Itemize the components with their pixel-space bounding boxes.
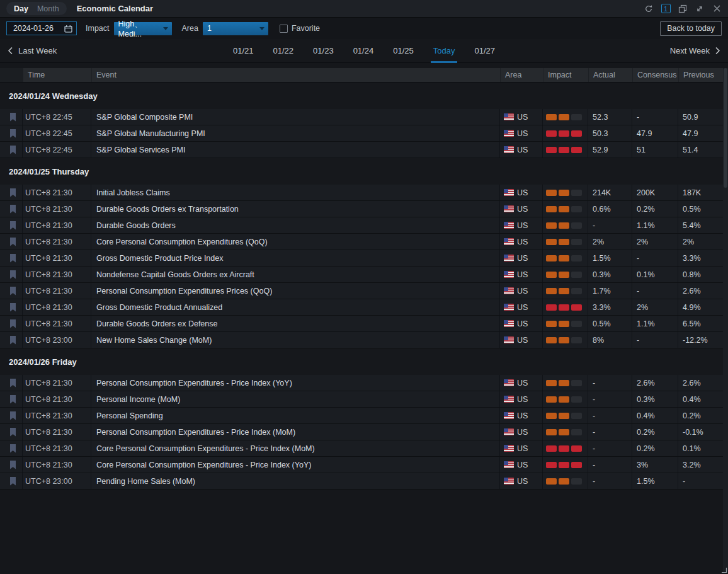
bookmark-icon[interactable] xyxy=(9,379,16,387)
event-row[interactable]: UTC+8 21:30Gross Domestic Product Annual… xyxy=(0,299,723,316)
bookmark-icon[interactable] xyxy=(9,303,16,312)
tab-month[interactable]: Month xyxy=(37,4,59,13)
panel-count-icon[interactable]: 1 xyxy=(661,4,671,14)
event-row[interactable]: UTC+8 21:30Core Personal Consumption Exp… xyxy=(0,440,723,457)
week-day-01-21[interactable]: 01/21 xyxy=(232,39,255,62)
event-row[interactable]: UTC+8 21:30Core Personal Consumption Exp… xyxy=(0,234,723,250)
us-flag-icon xyxy=(504,304,514,311)
previous-cell: 0.8% xyxy=(678,267,723,282)
event-name-cell: Personal Consumption Expenditures - Pric… xyxy=(91,424,500,440)
bookmark-icon[interactable] xyxy=(9,205,16,214)
area-cell: US xyxy=(500,473,543,489)
time-cell: UTC+8 21:30 xyxy=(23,283,91,299)
event-row[interactable]: UTC+8 21:30Personal SpendingUS-0.4%0.2% xyxy=(0,408,723,424)
impact-indicator xyxy=(543,457,588,473)
tab-day[interactable]: Day xyxy=(14,4,28,13)
time-cell: UTC+8 21:30 xyxy=(23,234,91,250)
event-row[interactable]: UTC+8 22:45S&P Global Services PMIUS52.9… xyxy=(0,142,723,158)
us-flag-icon xyxy=(504,445,514,452)
consensus-cell: 0.3% xyxy=(632,391,678,407)
bookmark-icon[interactable] xyxy=(9,319,16,328)
week-day-01-24[interactable]: 01/24 xyxy=(352,39,375,62)
column-header-impact: Impact xyxy=(543,68,588,82)
favorite-checkbox[interactable] xyxy=(280,25,288,33)
vertical-scrollbar[interactable] xyxy=(723,68,728,571)
event-row[interactable]: UTC+8 23:00New Home Sales Change (MoM)US… xyxy=(0,332,723,348)
previous-cell: 0.1% xyxy=(678,440,723,456)
us-flag-icon xyxy=(504,255,514,261)
bookmark-cell xyxy=(0,375,23,391)
bookmark-icon[interactable] xyxy=(9,477,16,486)
date-input[interactable]: 2024-01-26 xyxy=(6,21,77,35)
week-day-01-25[interactable]: 01/25 xyxy=(392,39,415,62)
event-row[interactable]: UTC+8 21:30Core Personal Consumption Exp… xyxy=(0,457,723,473)
impact-dropdown[interactable]: High、Medi... xyxy=(114,22,172,35)
impact-label: Impact xyxy=(86,24,110,33)
event-row[interactable]: UTC+8 21:30Durable Goods Orders ex Defen… xyxy=(0,316,723,332)
actual-cell: 3.3% xyxy=(588,299,632,315)
bookmark-icon[interactable] xyxy=(9,270,16,279)
refresh-icon[interactable] xyxy=(644,4,654,14)
week-day-01-23[interactable]: 01/23 xyxy=(312,39,335,62)
consensus-cell: 2.6% xyxy=(632,375,678,391)
event-row[interactable]: UTC+8 23:00Pending Home Sales (MoM)US-1.… xyxy=(0,473,723,490)
event-row[interactable]: UTC+8 21:30Nondefense Capital Goods Orde… xyxy=(0,267,723,283)
bookmark-icon[interactable] xyxy=(9,461,16,469)
previous-cell: 0.2% xyxy=(678,408,723,423)
consensus-cell: 1.1% xyxy=(632,316,678,331)
bookmark-icon[interactable] xyxy=(9,113,16,122)
week-day-today[interactable]: Today xyxy=(432,39,457,62)
event-row[interactable]: UTC+8 21:30Personal Consumption Expendit… xyxy=(0,283,723,299)
bookmark-icon[interactable] xyxy=(9,395,16,404)
calendar-icon xyxy=(64,25,72,33)
event-row[interactable]: UTC+8 21:30Durable Goods OrdersUS-1.1%5.… xyxy=(0,217,723,234)
expand-icon[interactable] xyxy=(695,4,705,14)
us-flag-icon xyxy=(504,271,514,278)
us-flag-icon xyxy=(504,238,514,245)
week-day-01-27[interactable]: 01/27 xyxy=(473,39,496,62)
event-row[interactable]: UTC+8 21:30Gross Domestic Product Price … xyxy=(0,250,723,267)
previous-cell: 187K xyxy=(678,185,723,200)
table-body: 2024/01/24 WednesdayUTC+8 22:45S&P Globa… xyxy=(0,83,723,490)
event-row[interactable]: UTC+8 21:30Personal Income (MoM)US-0.3%0… xyxy=(0,391,723,408)
bookmark-icon[interactable] xyxy=(9,428,16,437)
events-table: TimeEventAreaImpactActualConsensusPrevio… xyxy=(0,68,723,490)
bookmark-icon[interactable] xyxy=(9,336,16,345)
event-row[interactable]: UTC+8 21:30Initial Jobless ClaimsUS214K2… xyxy=(0,185,723,201)
area-code: US xyxy=(517,113,528,122)
event-row[interactable]: UTC+8 22:45S&P Global Composite PMIUS52.… xyxy=(0,109,723,125)
bookmark-cell xyxy=(0,201,23,217)
impact-bar xyxy=(559,239,569,245)
bookmark-icon[interactable] xyxy=(9,254,16,263)
bookmark-icon[interactable] xyxy=(9,287,16,296)
bookmark-icon[interactable] xyxy=(9,221,16,230)
impact-bar xyxy=(559,462,569,468)
close-icon[interactable] xyxy=(712,4,722,14)
scrollbar-thumb[interactable] xyxy=(724,68,727,188)
impact-bar xyxy=(571,147,582,153)
impact-bar xyxy=(546,239,557,245)
bookmark-cell xyxy=(0,109,23,125)
impact-bar xyxy=(559,255,569,261)
back-to-today-button[interactable]: Back to today xyxy=(660,21,722,36)
time-cell: UTC+8 21:30 xyxy=(23,299,91,315)
bookmark-icon[interactable] xyxy=(9,146,16,154)
bookmark-icon[interactable] xyxy=(9,238,16,246)
bookmark-icon[interactable] xyxy=(9,444,16,453)
event-row[interactable]: UTC+8 21:30Personal Consumption Expendit… xyxy=(0,424,723,440)
event-row[interactable]: UTC+8 21:30Durable Goods Orders ex Trans… xyxy=(0,201,723,217)
impact-indicator xyxy=(543,316,588,331)
bookmark-icon[interactable] xyxy=(9,188,16,197)
event-row[interactable]: UTC+8 21:30Personal Consumption Expendit… xyxy=(0,375,723,391)
area-code: US xyxy=(517,254,528,263)
area-dropdown[interactable]: 1 xyxy=(203,22,268,35)
consensus-cell: 0.4% xyxy=(632,408,678,423)
event-name-cell: Personal Income (MoM) xyxy=(91,391,500,407)
bookmark-icon[interactable] xyxy=(9,129,16,138)
bookmark-icon[interactable] xyxy=(9,411,16,420)
event-row[interactable]: UTC+8 22:45S&P Global Manufacturing PMIU… xyxy=(0,125,723,142)
week-day-01-22[interactable]: 01/22 xyxy=(272,39,295,62)
resize-grip-icon[interactable] xyxy=(720,566,727,573)
cascade-windows-icon[interactable] xyxy=(678,4,688,14)
impact-indicator xyxy=(543,250,588,266)
